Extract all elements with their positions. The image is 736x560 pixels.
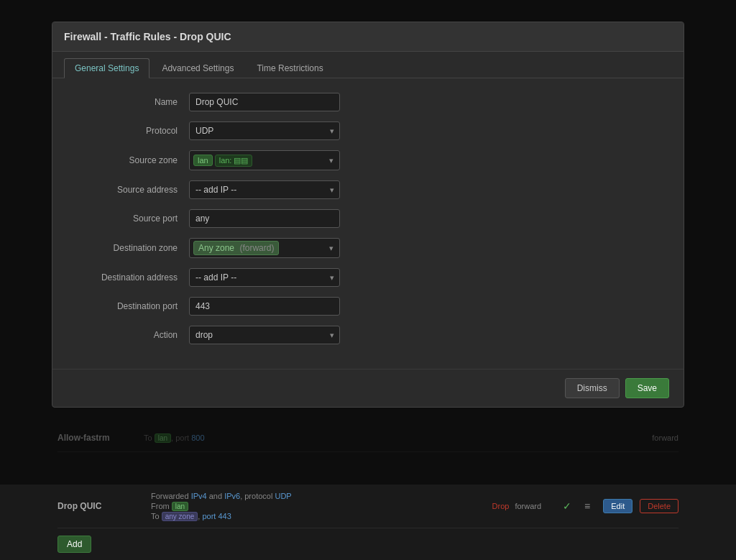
modal-title: Firewall - Traffic Rules - Drop QUIC bbox=[64, 31, 231, 42]
action-row: Action drop accept reject bbox=[74, 326, 662, 344]
source-zone-detail: lan: ▤▤ bbox=[215, 155, 253, 167]
destination-zone-field[interactable]: Any zone (forward) bbox=[189, 238, 340, 258]
destination-port-input[interactable] bbox=[189, 297, 340, 316]
row-info-line3: To any zone, port 443 bbox=[151, 512, 485, 520]
source-port-row: Source port bbox=[74, 209, 662, 228]
destination-zone-tag: Any zone (forward) bbox=[193, 241, 279, 255]
add-button[interactable]: Add bbox=[58, 536, 91, 553]
row-ipv4: IPv4 bbox=[191, 492, 207, 500]
add-row: Add bbox=[58, 528, 678, 560]
destination-zone-label: Destination zone bbox=[74, 243, 189, 253]
destination-address-label: Destination address bbox=[74, 272, 189, 283]
row-ipv6: IPv6 bbox=[224, 492, 240, 500]
source-port-label: Source port bbox=[74, 214, 189, 224]
modal-dialog: Firewall - Traffic Rules - Drop QUIC Gen… bbox=[52, 22, 684, 408]
source-address-select-wrapper: -- add IP -- bbox=[189, 180, 340, 199]
row-hamburger[interactable]: ≡ bbox=[584, 500, 590, 512]
tab-advanced-settings[interactable]: Advanced Settings bbox=[151, 58, 244, 78]
row-check: ✓ bbox=[563, 500, 571, 512]
row-info-line1: Forwarded IPv4 and IPv6, protocol UDP bbox=[151, 492, 485, 500]
row-from-tag: lan bbox=[172, 502, 188, 511]
destination-address-select-wrapper: -- add IP -- bbox=[189, 268, 340, 287]
delete-button[interactable]: Delete bbox=[640, 499, 678, 513]
destination-port-row: Destination port bbox=[74, 297, 662, 316]
protocol-row: Protocol UDP TCP TCP+UDP ICMP Custom Any bbox=[74, 121, 662, 140]
row-to-tag: any zone bbox=[162, 512, 198, 521]
bottom-section: Drop QUIC Forwarded IPv4 and IPv6, proto… bbox=[0, 485, 736, 560]
hamburger-icon: ≡ bbox=[584, 500, 590, 512]
row-action-zone: Drop forward bbox=[492, 502, 542, 510]
source-zone-label: Source zone bbox=[74, 155, 189, 165]
destination-port-label: Destination port bbox=[74, 301, 189, 311]
action-select[interactable]: drop accept reject bbox=[189, 326, 340, 344]
name-row: Name bbox=[74, 93, 662, 111]
protocol-select[interactable]: UDP TCP TCP+UDP ICMP Custom Any bbox=[189, 121, 340, 140]
row-port: port 443 bbox=[202, 512, 231, 520]
check-icon: ✓ bbox=[563, 500, 571, 512]
source-address-row: Source address -- add IP -- bbox=[74, 180, 662, 199]
tab-bar: General Settings Advanced Settings Time … bbox=[52, 52, 684, 78]
source-address-select[interactable]: -- add IP -- bbox=[189, 180, 340, 199]
protocol-label: Protocol bbox=[74, 126, 189, 136]
action-select-wrapper: drop accept reject bbox=[189, 326, 340, 344]
source-address-label: Source address bbox=[74, 185, 189, 195]
destination-address-select[interactable]: -- add IP -- bbox=[189, 268, 340, 287]
modal-body: Name Protocol UDP TCP TCP+UDP ICMP Custo… bbox=[52, 78, 684, 369]
edit-button[interactable]: Edit bbox=[603, 499, 632, 513]
tab-time-restrictions[interactable]: Time Restrictions bbox=[246, 58, 334, 78]
name-input[interactable] bbox=[189, 93, 340, 111]
modal-header: Firewall - Traffic Rules - Drop QUIC bbox=[52, 22, 684, 52]
destination-zone-row: Destination zone Any zone (forward) bbox=[74, 238, 662, 258]
save-button[interactable]: Save bbox=[625, 378, 669, 398]
name-label: Name bbox=[74, 97, 189, 107]
modal-overlay: Firewall - Traffic Rules - Drop QUIC Gen… bbox=[0, 0, 736, 560]
source-zone-row: Source zone lan lan: ▤▤ bbox=[74, 150, 662, 170]
row-info: Forwarded IPv4 and IPv6, protocol UDP Fr… bbox=[151, 492, 485, 520]
action-label: Action bbox=[74, 330, 189, 340]
row-zone-text: forward bbox=[515, 502, 541, 510]
source-port-input[interactable] bbox=[189, 209, 340, 228]
dismiss-button[interactable]: Dismiss bbox=[565, 378, 620, 398]
row-protocol: UDP bbox=[275, 492, 291, 500]
row-action-text: Drop bbox=[492, 502, 510, 510]
protocol-select-wrapper: UDP TCP TCP+UDP ICMP Custom Any bbox=[189, 121, 340, 140]
destination-address-row: Destination address -- add IP -- bbox=[74, 268, 662, 287]
tab-general-settings[interactable]: General Settings bbox=[64, 58, 150, 78]
row-name: Drop QUIC bbox=[58, 501, 144, 511]
source-zone-tag: lan bbox=[193, 155, 213, 166]
modal-footer: Dismiss Save bbox=[52, 369, 684, 407]
source-zone-field[interactable]: lan lan: ▤▤ bbox=[189, 150, 340, 170]
table-row: Drop QUIC Forwarded IPv4 and IPv6, proto… bbox=[58, 485, 678, 528]
row-info-line2: From lan bbox=[151, 502, 485, 510]
